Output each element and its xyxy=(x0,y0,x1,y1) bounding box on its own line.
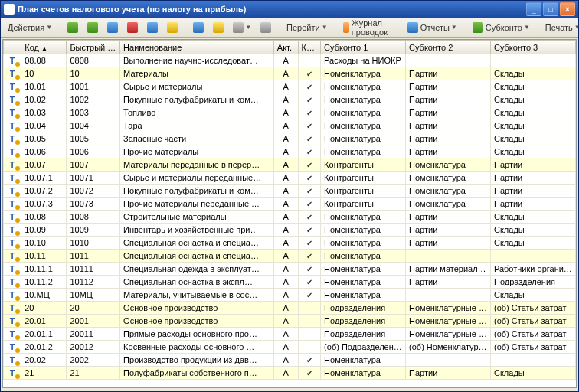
table-row[interactable]: T2121Полуфабрикаты собственного п…А✔Номе… xyxy=(4,367,576,380)
maximize-button[interactable]: □ xyxy=(543,2,558,16)
cell-name: Покупные полуфабрикаты и ком… xyxy=(120,185,274,198)
table-row[interactable]: T10.07.210072Покупные полуфабрикаты и ко… xyxy=(4,185,576,198)
cell-sub3: Склады xyxy=(490,80,575,93)
edit-button[interactable] xyxy=(103,20,122,35)
table-row[interactable]: T10.07.110071Сырье и материалы переданны… xyxy=(4,172,576,185)
print-menu[interactable]: Печать▼ xyxy=(541,20,579,35)
account-icon: T xyxy=(8,186,17,195)
table-row[interactable]: T10.07.310073Прочие материалы переданные… xyxy=(4,198,576,211)
hierarchy-button[interactable] xyxy=(143,20,162,35)
delete-button[interactable] xyxy=(123,20,142,35)
move-icon xyxy=(167,22,178,33)
filter-button[interactable] xyxy=(189,20,208,35)
cell-name: Инвентарь и хозяйственные при… xyxy=(120,224,274,237)
cell-code: 10.08 xyxy=(21,211,67,224)
cell-sub2: Партии xyxy=(406,119,491,132)
cell-sub1: Номенклатура xyxy=(321,145,406,158)
table-row[interactable]: T10.051005Запасные частиА✔НоменклатураПа… xyxy=(4,132,576,145)
cell-name: Специальная одежда в эксплуат… xyxy=(120,263,274,276)
col-sub2-header[interactable]: Субконто 2 xyxy=(406,41,491,54)
check-icon: ✔ xyxy=(302,239,318,247)
cell-code: 10.03 xyxy=(21,106,67,119)
col-quick-header[interactable]: Быстрый … xyxy=(67,41,120,54)
cell-sub2: Партии xyxy=(406,224,491,237)
table-row[interactable]: T10.031003ТопливоА✔НоменклатураПартииСкл… xyxy=(4,106,576,119)
check-icon: ✔ xyxy=(302,356,318,364)
table-row[interactable]: T10.МЦ10МЦМатериалы, учитываемые в сос…А… xyxy=(4,289,576,302)
cell-sub2: Номенклатура xyxy=(406,158,491,172)
cell-kol: ✔ xyxy=(298,367,321,380)
table-row[interactable]: T08.080808Выполнение научно-исследоват…А… xyxy=(4,54,576,67)
cell-akt: А xyxy=(273,302,298,315)
col-code-header[interactable]: Код ▲ xyxy=(21,41,67,54)
cell-kol: ✔ xyxy=(298,224,321,237)
refresh-icon xyxy=(213,22,224,33)
minimize-button[interactable]: _ xyxy=(526,2,541,16)
account-icon: T xyxy=(8,108,17,117)
cell-sub3 xyxy=(490,54,575,67)
cell-sub3: (об) Статьи затрат xyxy=(490,328,575,341)
actions-menu[interactable]: Действия▼ xyxy=(4,20,56,35)
col-icon-header[interactable] xyxy=(4,41,21,54)
filter-icon xyxy=(193,22,204,33)
cell-sub1: Номенклатура xyxy=(321,289,406,302)
cell-akt: А xyxy=(273,145,298,158)
filter-off-button[interactable] xyxy=(257,20,275,35)
close-button[interactable]: × xyxy=(560,2,575,16)
window-title: План счетов налогового учета (по налогу … xyxy=(18,5,246,14)
table-row[interactable]: T20.01.220012Косвенные расходы основного… xyxy=(4,341,576,354)
cell-sub3: Склады xyxy=(490,367,575,380)
table-row[interactable]: T20.012001Основное производствоАПодразде… xyxy=(4,315,576,328)
table-row[interactable]: T10.101010Специальная оснастка и специа…… xyxy=(4,237,576,250)
table-row[interactable]: T10.011001Сырье и материалыА✔Номенклатур… xyxy=(4,80,576,93)
cell-akt: А xyxy=(273,93,298,106)
cell-quick: 1006 xyxy=(67,145,120,158)
cell-quick: 0808 xyxy=(67,54,120,67)
cell-akt: А xyxy=(273,198,298,211)
add-copy-button[interactable] xyxy=(83,20,102,35)
cell-sub3: Склады xyxy=(490,145,575,158)
col-name-header[interactable]: Наименование xyxy=(120,41,274,54)
col-sub3-header[interactable]: Субконто 3 xyxy=(490,41,575,54)
table-row[interactable]: T20.022002Производство продукции из дав…… xyxy=(4,354,576,367)
tree-icon xyxy=(147,22,158,33)
cell-sub1: Номенклатура xyxy=(321,93,406,106)
add-button[interactable] xyxy=(64,20,82,35)
table-row[interactable]: T10.081008Строительные материалыА✔Номенк… xyxy=(4,211,576,224)
cell-code: 10.07.1 xyxy=(21,172,67,185)
cell-sub1: Номенклатура xyxy=(321,132,406,145)
col-sub1-header[interactable]: Субконто 1 xyxy=(321,41,406,54)
cell-sub3 xyxy=(490,250,575,263)
col-kol-header[interactable]: Кол. xyxy=(298,41,321,54)
cell-quick: 10072 xyxy=(67,185,120,198)
copy-button[interactable]: ▼ xyxy=(229,20,255,35)
cell-sub3: Склады xyxy=(490,237,575,250)
cell-name: Прямые расходы основного про… xyxy=(120,328,274,341)
cell-sub3: Партии xyxy=(490,158,575,172)
journal-button[interactable]: Журнал проводок xyxy=(339,20,396,35)
table-row[interactable]: T10.021002Покупные полуфабрикаты и ком…А… xyxy=(4,93,576,106)
table-row[interactable]: T10.11.210112Специальная оснастка в эксп… xyxy=(4,276,576,289)
chevron-down-icon: ▼ xyxy=(574,24,579,31)
table-row[interactable]: T20.01.120011Прямые расходы основного пр… xyxy=(4,328,576,341)
account-icon: T xyxy=(8,147,17,156)
reports-menu[interactable]: Отчеты▼ xyxy=(404,20,461,35)
subconto-menu[interactable]: Субконто▼ xyxy=(469,20,534,35)
account-icon: T xyxy=(8,368,17,377)
table-row[interactable]: T1010МатериалыА✔НоменклатураПартииСклады xyxy=(4,67,576,80)
cell-sub3: (об) Статьи затрат xyxy=(490,341,575,354)
grid-scroll[interactable]: Код ▲ Быстрый … Наименование Акт. Кол. С… xyxy=(2,39,577,388)
col-akt-header[interactable]: Акт. xyxy=(273,41,298,54)
table-row[interactable]: T2020Основное производствоАПодразделения… xyxy=(4,302,576,315)
table-row[interactable]: T10.041004ТараА✔НоменклатураПартииСклады xyxy=(4,119,576,132)
table-row[interactable]: T10.071007Материалы переданные в перер…А… xyxy=(4,158,576,172)
table-row[interactable]: T10.111011Специальная оснастка и специа…… xyxy=(4,250,576,263)
refresh-button[interactable] xyxy=(209,20,227,35)
cell-sub1: Номенклатура xyxy=(321,211,406,224)
table-row[interactable]: T10.11.110111Специальная одежда в эксплу… xyxy=(4,263,576,276)
table-row[interactable]: T10.091009Инвентарь и хозяйственные при…… xyxy=(4,224,576,237)
check-icon: ✔ xyxy=(302,135,318,143)
goto-menu[interactable]: Перейти▼ xyxy=(283,20,332,35)
table-row[interactable]: T10.061006Прочие материалыА✔Номенклатура… xyxy=(4,145,576,158)
move-button[interactable] xyxy=(163,20,182,35)
